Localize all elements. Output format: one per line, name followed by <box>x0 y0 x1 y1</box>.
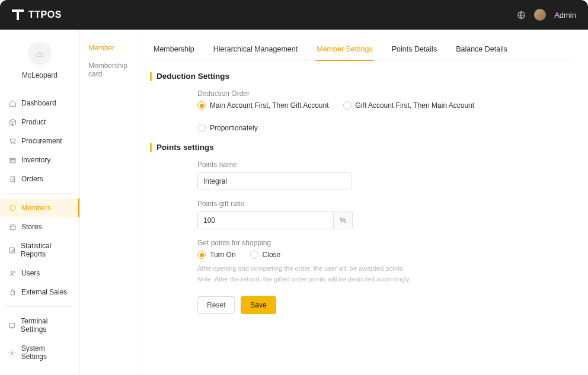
deduction-order-label: Deduction Order <box>197 89 529 98</box>
subnav-item-card[interactable]: Membership card <box>86 58 133 82</box>
sidebar-item-orders[interactable]: Orders <box>0 169 79 188</box>
tab-membership[interactable]: Membership <box>152 38 196 60</box>
bag-icon <box>8 288 17 296</box>
sidebar-item-system[interactable]: System Settings <box>0 339 79 366</box>
radio-label: Close <box>263 251 281 259</box>
radio-dot-icon <box>197 101 206 110</box>
subnav: Member Membership card <box>80 30 139 375</box>
radio-dot-icon <box>250 251 258 259</box>
svg-rect-6 <box>9 323 15 327</box>
radio-label: Turn On <box>210 251 236 259</box>
help-text-1: After opening and completing the order, … <box>197 264 529 274</box>
points-title: Points settings <box>150 143 574 152</box>
radio-label: Gift Account First, Then Main Account <box>356 101 475 110</box>
home-icon <box>8 99 17 107</box>
sidebar-item-label: Orders <box>21 175 43 183</box>
sidebar-item-label: Terminal Settings <box>21 317 71 334</box>
store-icon <box>8 223 17 231</box>
tab-balance-details[interactable]: Balance Details <box>455 38 509 60</box>
subnav-item-member[interactable]: Member <box>86 40 133 56</box>
points-name-label: Points name <box>197 161 529 169</box>
points-ratio-label: Points gift ratio <box>197 200 529 208</box>
org-block: McLeopard <box>0 36 79 88</box>
radio-dot-icon <box>197 124 206 132</box>
reset-button[interactable]: Reset <box>197 296 235 314</box>
main-content: Membership Hierarchical Management Membe… <box>139 30 588 375</box>
sidebar: McLeopard Dashboard Product Procurement … <box>0 30 80 375</box>
radio-turn-on[interactable]: Turn On <box>197 251 236 259</box>
ratio-suffix: % <box>334 211 353 229</box>
sidebar-item-terminal[interactable]: Terminal Settings <box>0 312 79 339</box>
sidebar-item-members[interactable]: Members <box>0 198 79 217</box>
nav: Dashboard Product Procurement Inventory … <box>0 94 79 366</box>
org-name: McLeopard <box>22 71 57 79</box>
brand-text: TTPOS <box>28 9 62 20</box>
radio-main-first[interactable]: Main Account First, Then Gift Account <box>197 101 329 110</box>
sidebar-item-label: Dashboard <box>21 99 56 107</box>
org-avatar <box>28 41 52 65</box>
points-ratio-input[interactable] <box>197 211 334 229</box>
shopping-points-options: Turn On Close <box>197 251 529 259</box>
radio-dot-icon <box>343 101 351 110</box>
points-name-input[interactable] <box>197 172 351 190</box>
radio-label: Proportionately <box>210 124 258 132</box>
sidebar-item-label: Product <box>21 118 46 126</box>
shopping-points-label: Get points for shopping <box>197 239 529 247</box>
points-section: Points settings Points name Points gift … <box>150 143 574 314</box>
cart-icon <box>8 137 17 145</box>
svg-point-7 <box>11 351 13 353</box>
deduction-order-options: Main Account First, Then Gift Account Gi… <box>197 101 529 132</box>
terminal-icon <box>8 321 16 329</box>
report-icon <box>8 246 16 254</box>
box-icon <box>8 118 17 126</box>
radio-close[interactable]: Close <box>250 251 281 259</box>
sidebar-item-inventory[interactable]: Inventory <box>0 150 79 169</box>
sidebar-item-label: Members <box>21 204 51 212</box>
top-right: Admin <box>517 9 576 21</box>
nav-divider <box>6 306 74 307</box>
sidebar-item-label: Users <box>21 269 40 277</box>
nav-divider <box>6 193 74 194</box>
avatar[interactable] <box>534 9 546 21</box>
tab-hierarchical[interactable]: Hierarchical Management <box>212 38 299 60</box>
help-text-2: Note: After the refund, the gifted order… <box>197 274 529 285</box>
brand: TTPOS <box>12 9 62 20</box>
sidebar-item-label: System Settings <box>21 344 71 361</box>
tab-member-settings[interactable]: Member Settings <box>315 38 373 60</box>
svg-rect-1 <box>10 158 15 163</box>
tabs: Membership Hierarchical Management Membe… <box>150 38 574 61</box>
shield-icon <box>8 204 17 212</box>
globe-icon[interactable] <box>517 11 526 20</box>
admin-label[interactable]: Admin <box>554 11 576 20</box>
sidebar-item-label: External Sales <box>21 288 67 296</box>
radio-label: Main Account First, Then Gift Account <box>210 101 329 110</box>
radio-dot-icon <box>197 251 206 259</box>
warehouse-icon <box>8 156 17 164</box>
sidebar-item-external[interactable]: External Sales <box>0 283 79 302</box>
sidebar-item-dashboard[interactable]: Dashboard <box>0 94 79 113</box>
radio-proportionately[interactable]: Proportionately <box>197 124 258 132</box>
deduction-title: Deduction Settings <box>150 72 574 81</box>
gear-icon <box>8 348 17 357</box>
sidebar-item-product[interactable]: Product <box>0 113 79 132</box>
svg-point-5 <box>14 271 15 273</box>
form-actions: Reset Save <box>197 296 529 314</box>
sidebar-item-procurement[interactable]: Procurement <box>0 132 79 150</box>
top-bar: TTPOS Admin <box>0 0 588 30</box>
deduction-section: Deduction Settings Deduction Order Main … <box>150 72 574 132</box>
brand-logo-icon <box>12 9 24 20</box>
tab-points-details[interactable]: Points Details <box>391 38 438 60</box>
sidebar-item-label: Inventory <box>21 156 50 164</box>
radio-gift-first[interactable]: Gift Account First, Then Main Account <box>343 101 475 110</box>
sidebar-item-users[interactable]: Users <box>0 264 79 283</box>
sidebar-item-stats[interactable]: Statistical Reports <box>0 236 79 264</box>
sidebar-item-label: Stores <box>21 223 42 231</box>
save-button[interactable]: Save <box>241 296 276 314</box>
svg-point-4 <box>11 271 12 273</box>
users-icon <box>8 269 17 277</box>
sidebar-item-stores[interactable]: Stores <box>0 217 79 236</box>
sidebar-item-label: Statistical Reports <box>21 242 71 258</box>
clipboard-icon <box>8 175 17 183</box>
sidebar-item-label: Procurement <box>21 137 62 145</box>
